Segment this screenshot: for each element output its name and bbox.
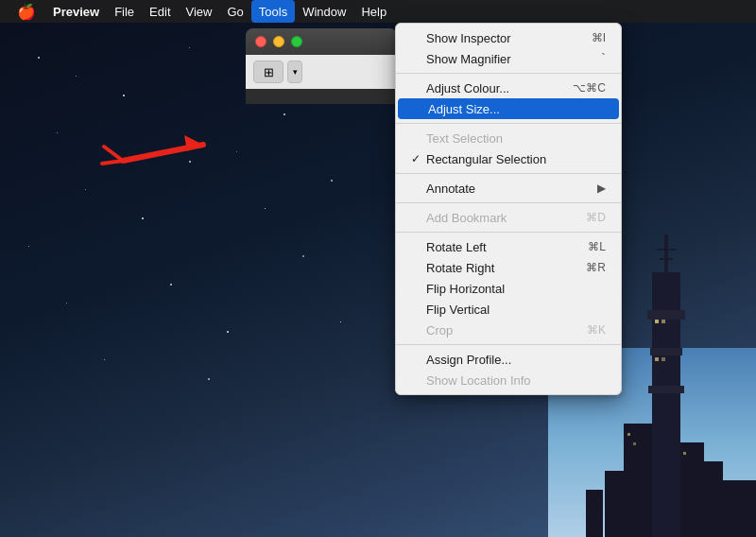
rectangular-selection-label-group: ✓ Rectangular Selection [411,152,546,166]
flip-vertical-label: Flip Vertical [426,303,490,317]
svg-rect-10 [723,480,756,537]
annotate-submenu-arrow: ▶ [597,182,606,195]
flip-vertical-label-group: Flip Vertical [411,303,490,317]
svg-rect-4 [647,310,685,320]
show-magnifier-label-group: Show Magnifier [411,52,511,66]
svg-rect-5 [650,348,682,355]
sidebar-toggle[interactable]: ⊞ [253,61,284,83]
flip-vertical-item[interactable]: Flip Vertical [396,299,621,320]
chevron-down-icon: ▾ [293,67,298,77]
red-arrow [94,109,284,184]
show-inspector-shortcut: ⌘I [592,31,606,44]
sidebar-icon: ⊞ [264,65,274,79]
rotate-left-label-group: Rotate Left [411,240,487,254]
adjust-colour-label: Adjust Colour... [426,81,509,95]
svg-rect-8 [680,442,704,537]
flip-horizontal-item[interactable]: Flip Horizontal [396,278,621,299]
separator-4 [396,202,621,203]
svg-rect-12 [586,490,603,537]
show-inspector-item[interactable]: Show Inspector ⌘I [396,27,621,48]
separator-3 [396,173,621,174]
annotate-label-group: Annotate [411,182,475,196]
svg-rect-18 [633,442,636,445]
rotate-left-shortcut: ⌘L [588,240,606,253]
svg-rect-15 [655,357,659,361]
adjust-size-label-group: Adjust Size... [413,102,500,116]
show-location-info-label-group: Show Location Info [411,373,531,388]
edit-menu[interactable]: Edit [142,0,178,23]
svg-rect-17 [627,433,630,436]
svg-rect-9 [704,461,723,537]
annotate-item[interactable]: Annotate ▶ [396,178,621,199]
show-location-info-label: Show Location Info [426,373,531,388]
svg-rect-19 [683,452,686,455]
adjust-colour-item[interactable]: Adjust Colour... ⌥⌘C [396,78,621,98]
help-menu[interactable]: Help [353,0,394,23]
adjust-colour-shortcut: ⌥⌘C [573,81,606,95]
apple-menu[interactable]: 🍎 [8,0,45,23]
file-menu[interactable]: File [107,0,142,23]
svg-rect-16 [662,357,665,361]
separator-1 [396,73,621,74]
preview-window: ⊞ ▾ [246,28,397,104]
crop-label-group: Crop [411,323,453,338]
rotate-left-label: Rotate Left [426,240,487,254]
show-magnifier-label: Show Magnifier [426,52,511,66]
view-menu[interactable]: View [179,0,220,23]
show-location-info-item: Show Location Info [396,370,621,390]
text-selection-item: Text Selection [396,128,621,148]
rotate-left-item[interactable]: Rotate Left ⌘L [396,236,621,257]
rectangular-selection-check: ✓ [411,152,426,165]
show-inspector-label: Show Inspector [426,31,511,45]
go-menu[interactable]: Go [219,0,250,23]
rectangular-selection-label: Rectangular Selection [426,152,546,166]
assign-profile-item[interactable]: Assign Profile... [396,349,621,370]
assign-profile-label: Assign Profile... [426,353,511,367]
add-bookmark-item: Add Bookmark ⌘D [396,207,621,228]
toolbar: ⊞ ▾ [246,55,397,89]
window-menu[interactable]: Window [295,0,353,23]
rectangular-selection-item[interactable]: ✓ Rectangular Selection [396,148,621,169]
tools-menu[interactable]: Tools [251,0,295,23]
crop-label: Crop [426,323,453,338]
annotate-label: Annotate [426,182,475,196]
show-inspector-label-group: Show Inspector [411,31,511,45]
tools-dropdown-menu: Show Inspector ⌘I Show Magnifier ` Adjus… [395,23,622,395]
rotate-right-label: Rotate Right [426,261,494,275]
svg-rect-13 [655,320,659,323]
rotate-right-shortcut: ⌘R [586,261,606,274]
window-titlebar [246,28,397,55]
svg-line-23 [102,161,123,164]
show-magnifier-shortcut: ` [601,51,606,66]
close-button[interactable] [255,36,266,47]
svg-line-22 [104,147,123,161]
assign-profile-label-group: Assign Profile... [411,353,511,367]
flip-horizontal-label: Flip Horizontal [426,282,505,296]
adjust-size-item[interactable]: Adjust Size... [398,98,619,119]
crop-item: Crop ⌘K [396,320,621,340]
text-selection-label: Text Selection [426,131,503,146]
svg-rect-3 [660,258,673,260]
flip-horizontal-label-group: Flip Horizontal [411,282,505,296]
svg-rect-14 [662,320,665,323]
separator-6 [396,344,621,345]
add-bookmark-shortcut: ⌘D [586,211,606,224]
svg-rect-11 [605,471,626,537]
crop-shortcut: ⌘K [587,323,606,337]
rotate-right-item[interactable]: Rotate Right ⌘R [396,257,621,278]
rotate-right-label-group: Rotate Right [411,261,494,275]
adjust-colour-label-group: Adjust Colour... [411,81,509,95]
add-bookmark-label-group: Add Bookmark [411,211,507,225]
add-bookmark-label: Add Bookmark [426,211,507,225]
show-magnifier-item[interactable]: Show Magnifier ` [396,48,621,69]
minimize-button[interactable] [273,36,284,47]
separator-5 [396,232,621,233]
chevron-down[interactable]: ▾ [287,61,302,83]
separator-2 [396,123,621,124]
maximize-button[interactable] [291,36,302,47]
menubar: 🍎 Preview File Edit View Go Tools Window… [0,0,756,23]
preview-menu[interactable]: Preview [45,0,107,23]
svg-rect-6 [648,386,684,393]
svg-rect-7 [624,424,652,537]
adjust-size-label: Adjust Size... [428,102,500,116]
